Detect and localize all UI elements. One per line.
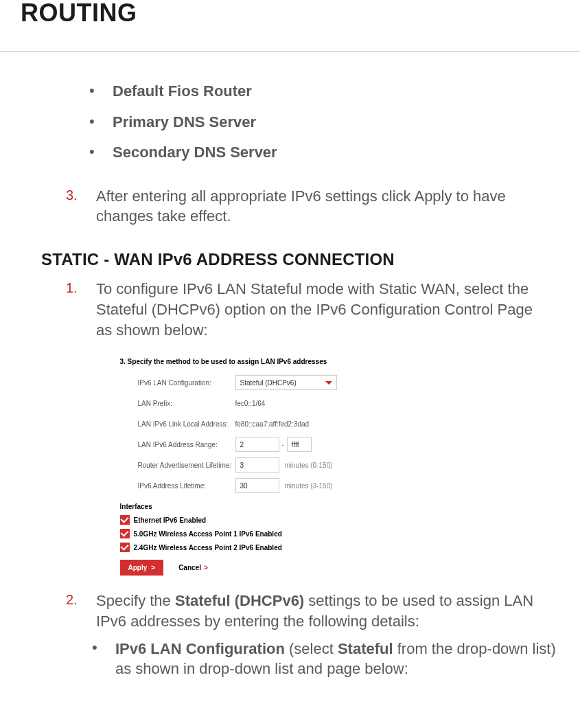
field-hint: minutes (3-150) xyxy=(285,482,333,490)
field-label: IPv6 LAN Configuration: xyxy=(120,379,235,387)
field-label: LAN IPv6 Link Local Address: xyxy=(120,420,235,428)
chevron-down-icon xyxy=(325,381,332,385)
text-span: Specify the xyxy=(96,592,175,609)
bullet-label: Secondary DNS Server xyxy=(113,143,277,163)
field-label: Router Advertisement Lifetime: xyxy=(120,462,235,469)
ipv6-lan-config-dropdown[interactable]: Stateful (DHCPv6) xyxy=(235,375,337,390)
input-value: 3 xyxy=(240,462,244,469)
input-value: 2 xyxy=(240,441,244,448)
field-label: LAN IPv6 Address Range: xyxy=(120,441,235,448)
bullet-icon: • xyxy=(89,113,113,130)
chevron-right-icon: > xyxy=(204,564,208,571)
interfaces-heading: Interfaces xyxy=(120,503,461,510)
checkbox-row: 5.0GHz Wireless Access Point 1 IPv6 Enab… xyxy=(120,527,461,541)
step-number: 3. xyxy=(66,186,96,203)
field-label: LAN Prefix: xyxy=(120,400,235,407)
dash-icon: - xyxy=(282,441,284,448)
field-hint: minutes (0-150) xyxy=(285,462,333,469)
config-screenshot: 3. Specify the method to be used to assi… xyxy=(120,358,461,576)
cancel-link[interactable]: Cancel > xyxy=(178,564,208,571)
list-item: • Primary DNS Server xyxy=(89,113,559,133)
step-text: To configure IPv6 LAN Stateful mode with… xyxy=(96,279,535,340)
step-text: Specify the Stateful (DHCPv6) settings t… xyxy=(96,591,535,631)
page-title: ROUTING xyxy=(21,0,559,27)
step-number: 1. xyxy=(66,279,96,296)
section-divider xyxy=(0,51,580,52)
checkbox-row: Ethernet IPv6 Enabled xyxy=(120,513,461,527)
step-2: 2. Specify the Stateful (DHCPv6) setting… xyxy=(66,591,559,631)
wifi-24ghz-ipv6-checkbox[interactable] xyxy=(120,543,130,552)
lan-prefix-value: fec0::1/64 xyxy=(235,400,266,407)
link-label: Cancel xyxy=(178,564,201,571)
bullet-text: IPv6 LAN Configuration (select Stateful … xyxy=(115,639,559,679)
text-bold: Stateful (DHCPv6) xyxy=(175,592,304,609)
checkbox-label: 2.4GHz Wireless Access Point 2 IPv6 Enab… xyxy=(134,544,282,551)
range-start-input[interactable]: 2 xyxy=(235,437,279,452)
checkbox-row: 2.4GHz Wireless Access Point 2 IPv6 Enab… xyxy=(120,541,461,554)
range-end-input[interactable]: ffff xyxy=(287,437,312,452)
input-value: ffff xyxy=(292,441,299,448)
step-1: 1. To configure IPv6 LAN Stateful mode w… xyxy=(66,279,559,340)
checkbox-label: 5.0GHz Wireless Access Point 1 IPv6 Enab… xyxy=(134,530,282,538)
step-number: 2. xyxy=(66,591,96,608)
figure-title: 3. Specify the method to be used to assi… xyxy=(120,358,461,365)
top-bullets: • Default Fios Router • Primary DNS Serv… xyxy=(89,82,559,163)
apply-button[interactable]: Apply > xyxy=(120,560,164,576)
bullet-icon: • xyxy=(89,82,113,100)
bullet-icon: • xyxy=(89,143,113,161)
addr-lifetime-input[interactable]: 30 xyxy=(235,478,279,493)
text-span: (select xyxy=(285,640,338,657)
chevron-right-icon: > xyxy=(151,564,155,571)
checkbox-label: Ethernet IPv6 Enabled xyxy=(134,516,207,524)
list-item: • Default Fios Router xyxy=(89,82,559,102)
button-label: Apply xyxy=(128,564,148,571)
dropdown-value: Stateful (DHCPv6) xyxy=(240,379,297,387)
bullet-label: Default Fios Router xyxy=(113,82,252,102)
section-heading: STATIC - WAN IPv6 ADDRESS CONNECTION xyxy=(41,250,559,269)
text-bold: Stateful xyxy=(338,640,393,657)
link-local-value: fe80::caa7:aff:fed2:3dad xyxy=(235,420,310,428)
bullet-icon: • xyxy=(92,639,115,657)
input-value: 30 xyxy=(240,482,248,490)
text-bold: IPv6 LAN Configuration xyxy=(115,640,285,657)
field-label: IPv6 Address Lifetime: xyxy=(120,482,235,490)
step-2-sub-bullets: • IPv6 LAN Configuration (select Statefu… xyxy=(92,639,559,679)
wifi-5ghz-ipv6-checkbox[interactable] xyxy=(120,529,130,538)
ra-lifetime-input[interactable]: 3 xyxy=(235,457,279,473)
ethernet-ipv6-checkbox[interactable] xyxy=(120,515,130,525)
step-text: After entering all appropriate IPv6 sett… xyxy=(96,186,535,227)
list-item: • Secondary DNS Server xyxy=(89,143,559,163)
list-item: • IPv6 LAN Configuration (select Statefu… xyxy=(92,639,559,679)
bullet-label: Primary DNS Server xyxy=(113,113,256,133)
step-3: 3. After entering all appropriate IPv6 s… xyxy=(66,186,559,227)
